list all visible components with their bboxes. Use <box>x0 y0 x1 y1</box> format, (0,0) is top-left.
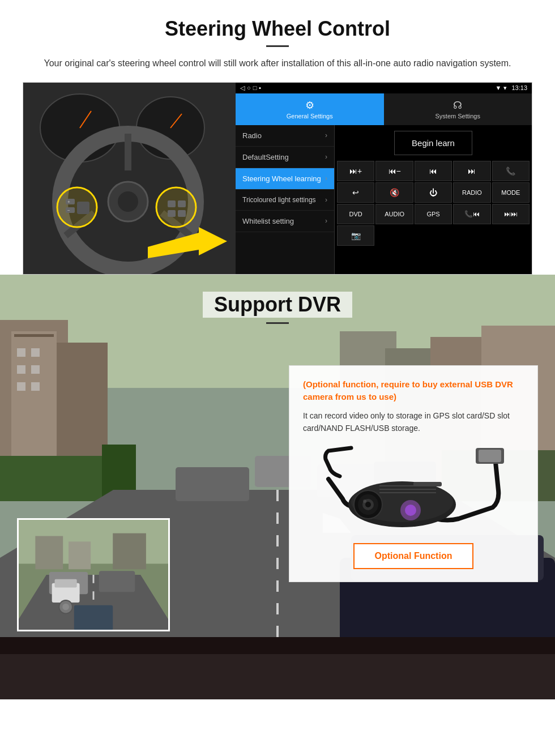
ctrl-vol-down[interactable]: ⏮− <box>375 161 413 181</box>
nav-back-icon[interactable]: ◁ <box>240 84 245 92</box>
svg-rect-21 <box>178 210 186 217</box>
dvr-optional-text: (Optional function, require to buy exter… <box>303 378 524 404</box>
svg-rect-70 <box>35 536 63 569</box>
dvr-thumbnail-inner <box>19 520 168 630</box>
svg-point-59 <box>365 502 371 507</box>
ctrl-audio[interactable]: AUDIO <box>375 204 413 224</box>
dvr-info-box: (Optional function, require to buy exter… <box>289 365 538 583</box>
svg-rect-19 <box>178 200 186 207</box>
status-time: 13:13 <box>511 84 527 91</box>
ctrl-vol-up[interactable]: ⏭+ <box>337 161 374 181</box>
arrow-icon: › <box>325 153 327 161</box>
ctrl-radio[interactable]: RADIO <box>453 182 490 203</box>
svg-rect-18 <box>168 200 176 207</box>
ctrl-next-track[interactable]: ⏭ <box>453 161 490 181</box>
ctrl-power[interactable]: ⏻ <box>415 182 452 203</box>
arrow-icon: › <box>325 174 327 182</box>
ctrl-dvd[interactable]: DVD <box>337 204 374 224</box>
steering-section: Steering Wheel Control Your original car… <box>0 0 555 275</box>
svg-rect-72 <box>113 533 146 569</box>
begin-learn-button[interactable]: Begin learn <box>394 131 472 155</box>
svg-rect-35 <box>0 456 113 501</box>
menu-item-radio[interactable]: Radio › <box>236 125 334 147</box>
android-right-panel: Begin learn ⏭+ ⏮− ⏮ ⏭ 📞 ↩ 🔇 ⏻ <box>335 125 532 274</box>
svg-text:−: − <box>67 208 70 213</box>
arrow-icon: › <box>325 131 327 139</box>
ctrl-phone-prev[interactable]: 📞⏮ <box>453 204 490 224</box>
tab-general-label: General Settings <box>287 113 333 119</box>
svg-rect-30 <box>31 348 40 357</box>
dvr-thumbnail <box>17 518 170 631</box>
svg-rect-20 <box>168 210 176 217</box>
svg-rect-34 <box>31 382 40 391</box>
tab-general-settings[interactable]: ⚙ General Settings <box>236 93 384 125</box>
svg-rect-33 <box>17 382 25 391</box>
wifi-icon: ▾ <box>503 84 507 92</box>
menu-item-default-setting[interactable]: DefaultSetting › <box>236 147 334 168</box>
svg-text:+: + <box>67 199 70 204</box>
tab-system-settings[interactable]: ☊ System Settings <box>384 93 532 125</box>
svg-rect-76 <box>99 571 135 592</box>
control-grid: ⏭+ ⏮− ⏮ ⏭ 📞 ↩ 🔇 ⏻ RADIO MODE DVD AUDIO <box>335 161 532 248</box>
begin-learn-area: Begin learn <box>335 125 532 161</box>
svg-rect-32 <box>31 365 40 374</box>
ctrl-dvr[interactable]: 📷 <box>337 225 374 246</box>
android-content: Radio › DefaultSetting › Steering Wheel … <box>236 125 532 274</box>
svg-rect-51 <box>0 637 555 654</box>
steering-description: Your original car's steering wheel contr… <box>34 56 521 71</box>
svg-rect-67 <box>413 482 442 486</box>
svg-rect-31 <box>17 365 25 374</box>
svg-rect-16 <box>77 202 89 214</box>
system-settings-icon: ☊ <box>453 99 462 112</box>
svg-marker-66 <box>323 513 351 533</box>
svg-point-10 <box>118 191 138 212</box>
svg-rect-79 <box>55 579 77 587</box>
svg-point-60 <box>363 499 366 503</box>
arrow-icon: › <box>325 196 327 204</box>
menu-item-tricoloured[interactable]: Tricoloured light settings › <box>236 190 334 211</box>
svg-rect-29 <box>17 348 25 357</box>
signal-icon: ▼ <box>496 84 502 91</box>
svg-rect-77 <box>74 605 113 630</box>
steering-title: Steering Wheel Control <box>23 17 532 41</box>
nav-menu-icon[interactable]: ▪ <box>259 84 261 91</box>
ctrl-prev-track[interactable]: ⏮ <box>415 161 452 181</box>
dvr-section: Support DVR (Optional function, require … <box>0 275 555 699</box>
tab-system-label: System Settings <box>436 113 480 119</box>
ctrl-hang-up[interactable]: ↩ <box>337 182 374 203</box>
svg-point-81 <box>62 603 69 610</box>
nav-square-icon[interactable]: □ <box>253 84 257 91</box>
dvr-title-area: Support DVR <box>0 275 555 330</box>
dvr-title-divider <box>266 322 289 324</box>
svg-rect-71 <box>69 541 91 569</box>
android-statusbar: ◁ ○ □ ▪ ▼ ▾ 13:13 <box>236 83 532 93</box>
optional-function-button[interactable]: Optional Function <box>353 543 474 569</box>
svg-point-65 <box>405 505 416 516</box>
dvr-description: It can record video only to storage in G… <box>303 409 524 435</box>
ctrl-phone-next[interactable]: ⏭⏭ <box>492 204 530 224</box>
menu-item-whitelist[interactable]: Whitelist setting › <box>236 211 334 232</box>
android-ui-panel: ◁ ○ □ ▪ ▼ ▾ 13:13 ⚙ General Settings ☊ S… <box>236 83 532 274</box>
general-settings-icon: ⚙ <box>305 99 314 112</box>
ctrl-mute[interactable]: 🔇 <box>375 182 413 203</box>
title-divider <box>266 45 289 47</box>
android-tabs: ⚙ General Settings ☊ System Settings <box>236 93 532 125</box>
steering-photo: + − <box>23 83 236 275</box>
svg-rect-44 <box>176 467 249 501</box>
svg-point-17 <box>156 187 196 227</box>
steering-image-area: + − ◁ ○ □ ▪ ▼ <box>23 82 532 275</box>
ctrl-phone[interactable]: 📞 <box>492 161 530 181</box>
ctrl-gps[interactable]: GPS <box>415 204 452 224</box>
arrow-icon: › <box>325 217 327 225</box>
android-menu: Radio › DefaultSetting › Steering Wheel … <box>236 125 335 274</box>
dvr-camera-image <box>303 443 524 534</box>
menu-item-steering-wheel[interactable]: Steering Wheel learning › <box>236 168 334 190</box>
ctrl-mode[interactable]: MODE <box>492 182 530 203</box>
svg-rect-28 <box>14 334 54 337</box>
svg-rect-53 <box>479 450 501 462</box>
dvr-title: Support DVR <box>203 292 352 318</box>
nav-home-icon[interactable]: ○ <box>247 84 251 91</box>
